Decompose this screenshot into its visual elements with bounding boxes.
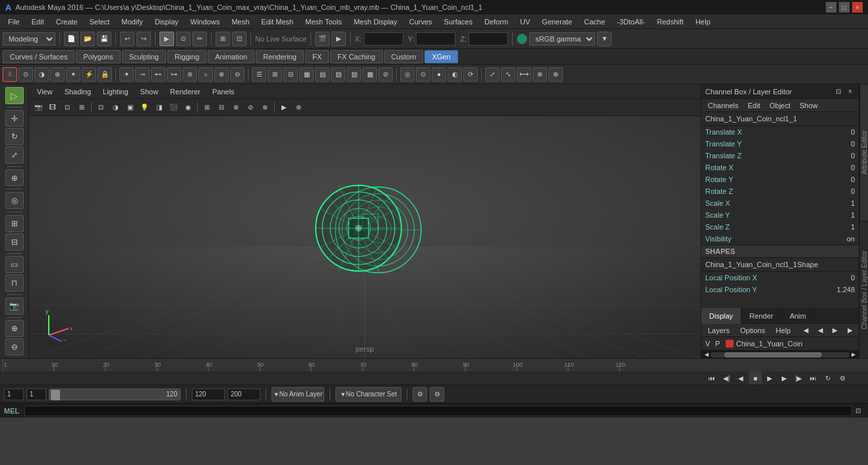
tb2-btn14[interactable]: ⊕ xyxy=(214,67,229,82)
ch-rotate-y[interactable]: Rotate Y 0 xyxy=(701,173,859,185)
vp-film-btn[interactable]: 🎞 xyxy=(46,101,59,114)
ch-translate-y[interactable]: Translate Y 0 xyxy=(701,138,859,150)
ch-scale-z[interactable]: Scale Z 1 xyxy=(701,221,859,233)
playback-options-btn[interactable]: ⚙ xyxy=(836,371,849,385)
x-field[interactable] xyxy=(364,32,403,46)
layers-btn3[interactable]: ▶ xyxy=(829,324,841,337)
char-set-btn[interactable]: ▼ No Character Set xyxy=(335,387,401,402)
scale-tool-btn[interactable]: ⤢ xyxy=(5,146,24,164)
menu-modify[interactable]: Modify xyxy=(116,16,148,27)
tb2-btn23[interactable]: ▩ xyxy=(362,67,377,82)
menu-display[interactable]: Display xyxy=(150,16,184,27)
vp-color-btn[interactable]: ⬛ xyxy=(167,101,180,114)
tb2-btn28[interactable]: ◐ xyxy=(448,67,462,82)
vp-shadow-btn[interactable]: ◨ xyxy=(152,101,165,114)
layer-row-1[interactable]: V P China_1_Yuan_Coin xyxy=(701,337,859,350)
undo-btn[interactable]: ↩ xyxy=(120,32,134,46)
frame-current-input[interactable] xyxy=(26,388,46,400)
tab-rigging[interactable]: Rigging xyxy=(167,50,206,63)
cb-close-btn[interactable]: × xyxy=(846,87,855,96)
menu-redshift[interactable]: Redshift xyxy=(652,16,689,27)
ch-translate-x[interactable]: Translate X 0 xyxy=(701,126,859,138)
y-field[interactable] xyxy=(416,32,455,46)
playback-end-input[interactable] xyxy=(192,388,225,400)
close-button[interactable]: × xyxy=(852,2,863,13)
tb2-btn32[interactable]: ⟷ xyxy=(517,67,531,82)
right-panel-scrollbar[interactable]: ◀ ▶ xyxy=(701,350,859,358)
mode-dropdown[interactable]: Modeling xyxy=(3,32,55,46)
save-scene-btn[interactable]: 💾 xyxy=(97,32,111,46)
menu-surfaces[interactable]: Surfaces xyxy=(439,16,478,27)
tab-polygons[interactable]: Polygons xyxy=(76,50,120,63)
ch-rotate-z[interactable]: Rotate Z 0 xyxy=(701,185,859,197)
move-tool-btn[interactable]: ✛ xyxy=(5,110,24,127)
channel-box-right-tab[interactable]: Channel Box / Layer Editor xyxy=(859,222,868,358)
menu-3dtoall[interactable]: -3DtoAll- xyxy=(612,16,651,27)
select-tool-btn[interactable]: ▷ xyxy=(5,87,24,104)
menu-curves[interactable]: Curves xyxy=(404,16,438,27)
tb2-btn12[interactable]: ⊛ xyxy=(183,67,197,82)
char-options-btn[interactable]: ⚙ xyxy=(430,387,444,402)
menu-select[interactable]: Select xyxy=(84,16,115,27)
colorspace-expand-btn[interactable]: ▼ xyxy=(597,32,612,46)
tb2-btn29[interactable]: ⟳ xyxy=(463,67,478,82)
menu-mesh[interactable]: Mesh xyxy=(226,16,254,27)
tb2-btn11[interactable]: ⊶ xyxy=(167,67,181,82)
maximize-button[interactable]: □ xyxy=(839,2,850,13)
color-btn[interactable] xyxy=(517,34,527,44)
layers-menu-options[interactable]: Options xyxy=(736,326,769,335)
vp-hud-btn[interactable]: ⊟ xyxy=(215,101,228,114)
tb2-btn2[interactable]: ⊙ xyxy=(18,67,33,82)
playback-last-btn[interactable]: ⏭ xyxy=(807,371,820,385)
vp-sel-btn[interactable]: ⊕ xyxy=(229,101,243,114)
playback-prev-btn[interactable]: ◀ xyxy=(734,371,747,385)
vp-isol-btn[interactable]: ⊘ xyxy=(244,101,257,114)
vp-menu-panels[interactable]: Panels xyxy=(207,86,240,97)
ch-rotate-x[interactable]: Rotate X 0 xyxy=(701,162,859,173)
layers-btn2[interactable]: ◀ xyxy=(815,324,826,337)
grid-area[interactable]: x y z persp xyxy=(29,116,701,358)
anim-end-input[interactable] xyxy=(227,388,260,400)
vp-menu-renderer[interactable]: Renderer xyxy=(165,86,206,97)
ch-local-pos-y[interactable]: Local Position Y 1.248 xyxy=(701,284,859,295)
anim-layer-btn[interactable]: ▼ No Anim Layer xyxy=(272,387,324,402)
menu-cache[interactable]: Cache xyxy=(579,16,610,27)
tb2-btn15[interactable]: ⊖ xyxy=(230,67,245,82)
viewport[interactable]: View Shading Lighting Show Renderer Pane… xyxy=(29,84,701,358)
rp-tab-render[interactable]: Render xyxy=(741,308,782,324)
playback-play-btn[interactable]: ▶ xyxy=(763,371,776,385)
ch-translate-z[interactable]: Translate Z 0 xyxy=(701,150,859,162)
menu-edit[interactable]: Edit xyxy=(26,16,49,27)
camera-btn[interactable]: 📷 xyxy=(5,297,24,315)
rp-tab-anim[interactable]: Anim xyxy=(782,308,815,324)
cb-menu-channels[interactable]: Channels xyxy=(704,101,742,110)
vp-safe-btn[interactable]: ⊞ xyxy=(75,101,88,114)
snap-curve-btn[interactable]: ⊡ xyxy=(232,32,246,46)
menu-mesh-display[interactable]: Mesh Display xyxy=(349,16,403,27)
ch-scale-x[interactable]: Scale X 1 xyxy=(701,197,859,209)
universal-tool-btn[interactable]: ⊕ xyxy=(5,170,24,187)
menu-file[interactable]: File xyxy=(3,16,25,27)
ch-scale-y[interactable]: Scale Y 1 xyxy=(701,209,859,221)
select-btn[interactable]: ▶ xyxy=(159,32,174,46)
tab-rendering[interactable]: Rendering xyxy=(256,50,304,63)
timeline-bar[interactable]: ⏮ ◀| ◀ ■ ▶ ▶ |▶ ⏭ ↻ ⚙ xyxy=(0,371,868,385)
slider-thumb[interactable] xyxy=(51,390,60,400)
playback-next-key-btn[interactable]: |▶ xyxy=(792,371,805,385)
minimize-button[interactable]: − xyxy=(826,2,836,13)
vp-cam-btn[interactable]: 📷 xyxy=(32,101,45,114)
tb2-btn19[interactable]: ▦ xyxy=(299,67,314,82)
vp-texture-btn[interactable]: ▣ xyxy=(123,101,136,114)
layers-menu-layers[interactable]: Layers xyxy=(704,326,734,335)
open-scene-btn[interactable]: 📂 xyxy=(80,32,95,46)
vp-aspect-btn[interactable]: ⊡ xyxy=(61,101,74,114)
tb2-btn10[interactable]: ⊷ xyxy=(151,67,165,82)
soft-mod-btn[interactable]: ◎ xyxy=(5,192,24,209)
tb2-btn18[interactable]: ⊟ xyxy=(283,67,298,82)
menu-uv[interactable]: UV xyxy=(515,16,535,27)
scroll-right-btn[interactable]: ▶ xyxy=(850,351,857,359)
tb2-btn13[interactable]: ⟐ xyxy=(198,67,213,82)
rp-tab-display[interactable]: Display xyxy=(701,308,741,324)
vp-menu-view[interactable]: View xyxy=(32,86,58,97)
extra1-btn[interactable]: ⊕ xyxy=(5,320,24,337)
